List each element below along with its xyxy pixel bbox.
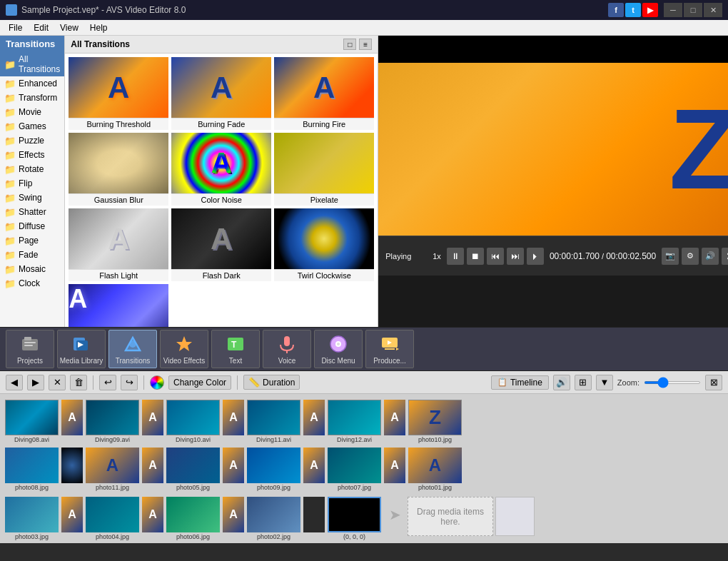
transition-twirl-clockwise[interactable]: Twirl Clockwise	[273, 208, 375, 282]
track-item-photo02[interactable]: photo02.jpg	[247, 497, 300, 540]
track-item-photo06[interactable]: photo06.jpg	[166, 497, 220, 540]
sidebar-item-enhanced[interactable]: 📁 Enhanced	[0, 76, 64, 91]
prev-button[interactable]: ⏮	[487, 248, 504, 265]
snapshot-button[interactable]: 📷	[662, 248, 679, 265]
tl-back-button[interactable]: ◀	[6, 375, 23, 390]
menu-help[interactable]: Help	[84, 21, 113, 34]
sidebar-item-diffuse[interactable]: 📁 Diffuse	[0, 219, 64, 233]
track-item-diving10[interactable]: Diving10.avi	[166, 400, 220, 443]
track-item-photo01[interactable]: A photo01.jpg	[408, 448, 462, 491]
track-item-photo04[interactable]: photo04.jpg	[86, 497, 139, 540]
tl-delete-button[interactable]: 🗑	[70, 375, 87, 390]
track-transition-r2-4[interactable]: A	[303, 448, 325, 483]
track-transition-3[interactable]: A	[223, 400, 244, 435]
track-item-photo05[interactable]: photo05.jpg	[166, 448, 220, 491]
fullscreen-button[interactable]: ⛶	[722, 248, 728, 265]
track-transition-5[interactable]: A	[384, 400, 405, 435]
sidebar-item-all-transitions[interactable]: 📁 All Transitions	[0, 52, 64, 76]
tool-media-library[interactable]: Media Library	[57, 330, 106, 368]
fit-button[interactable]: ⊠	[705, 375, 722, 390]
sidebar-item-flip[interactable]: 📁 Flip	[0, 176, 64, 191]
tl-undo-button[interactable]: ↩	[99, 375, 116, 390]
track-transition-2[interactable]: A	[142, 400, 163, 435]
sidebar-item-rotate[interactable]: 📁 Rotate	[0, 162, 64, 176]
tool-voice[interactable]: Voice	[263, 330, 311, 368]
volume-button[interactable]: 🔊	[702, 248, 719, 265]
track-transition-4[interactable]: A	[303, 400, 325, 435]
track-item-photo11[interactable]: A photo11.jpg	[86, 448, 139, 491]
sidebar-item-page[interactable]: 📁 Page	[0, 233, 64, 248]
sidebar-item-games[interactable]: 📁 Games	[0, 119, 64, 133]
grid-scroll-btn[interactable]: ≡	[359, 39, 372, 50]
timeline-area[interactable]: Diving08.avi A Diving09.avi A Diving10.a…	[0, 394, 728, 543]
track-item-photo09[interactable]: photo09.jpg	[247, 448, 300, 491]
track-transition-r2-5[interactable]: A	[384, 448, 405, 483]
sidebar-item-shatter[interactable]: 📁 Shatter	[0, 205, 64, 219]
tl-redo-button[interactable]: ↪	[121, 375, 138, 390]
maximize-button[interactable]: □	[684, 3, 702, 17]
transition-color-noise[interactable]: A Color Noise	[171, 132, 272, 206]
track-item-diving08[interactable]: Diving08.avi	[5, 400, 59, 443]
transition-gaussian-blur[interactable]: Gaussian Blur	[68, 132, 169, 206]
track-toggle-button[interactable]: ▼	[596, 375, 613, 390]
zoom-slider[interactable]	[644, 381, 701, 384]
transition-burning-fire[interactable]: A Burning Fire	[273, 56, 375, 131]
track-item-diving09[interactable]: Diving09.avi	[86, 400, 139, 443]
tool-projects[interactable]: Projects	[6, 330, 54, 368]
tl-cut-button[interactable]: ✕	[49, 375, 66, 390]
track-item-diving12[interactable]: Diving12.avi	[328, 400, 381, 443]
track-transition-r3-2[interactable]: A	[142, 497, 163, 532]
facebook-icon[interactable]: f	[608, 3, 624, 17]
sidebar-item-puzzle[interactable]: 📁 Puzzle	[0, 133, 64, 148]
settings-button[interactable]: ⚙	[682, 248, 699, 265]
track-item-photo03[interactable]: photo03.jpg	[5, 497, 59, 540]
track-transition-r2-2[interactable]: A	[142, 448, 163, 483]
minimize-button[interactable]: ─	[664, 3, 682, 17]
sidebar-item-clock[interactable]: 📁 Clock	[0, 276, 64, 290]
sidebar-item-transform[interactable]: 📁 Transform	[0, 91, 64, 105]
timeline-view-button[interactable]: 📋 Timeline	[491, 375, 549, 390]
duration-button[interactable]: 📏 Duration	[243, 375, 300, 390]
grid-toggle-button[interactable]: ⊞	[575, 375, 592, 390]
track-item-photo10[interactable]: Z photo10.jpg	[408, 400, 462, 443]
tool-disc-menu[interactable]: Disc Menu	[314, 330, 363, 368]
stop-button[interactable]: ⏹	[467, 248, 484, 265]
play-button[interactable]: ⏵	[527, 248, 544, 265]
tool-video-effects[interactable]: Video Effects	[160, 330, 208, 368]
tl-forward-button[interactable]: ▶	[27, 375, 44, 390]
transition-flash-light[interactable]: A Flash Light	[68, 208, 169, 282]
next-button[interactable]: ⏭	[507, 248, 524, 265]
tool-transitions[interactable]: Transitions	[108, 330, 157, 368]
track-transition-1[interactable]: A	[61, 400, 83, 435]
track-transition-r3-1[interactable]: A	[61, 497, 83, 532]
transition-flash-dark[interactable]: A Flash Dark	[171, 208, 272, 282]
track-transition-r2-3[interactable]: A	[223, 448, 244, 483]
track-item-photo08[interactable]: photo08.jpg	[5, 448, 59, 491]
track-item-black[interactable]: (0, 0, 0)	[328, 497, 381, 540]
sidebar-item-swing[interactable]: 📁 Swing	[0, 191, 64, 205]
transition-burning-threshold[interactable]: A Burning Threshold	[68, 56, 169, 131]
change-color-button[interactable]: Change Color	[168, 375, 231, 390]
menu-file[interactable]: File	[3, 21, 28, 34]
transition-pixelate[interactable]: Pixelate	[273, 132, 375, 206]
track-transition-r3-3[interactable]: A	[223, 497, 244, 532]
tool-text[interactable]: T Text	[211, 330, 260, 368]
track-transition-r2-1[interactable]	[61, 448, 83, 483]
grid-view-btn[interactable]: □	[343, 39, 356, 50]
menu-edit[interactable]: Edit	[28, 21, 54, 34]
close-button[interactable]: ✕	[704, 3, 722, 17]
drag-drop-area[interactable]: Drag media items here.	[408, 497, 493, 536]
volume-control-button[interactable]: 🔊	[553, 375, 570, 390]
track-item-diving11[interactable]: Diving11.avi	[247, 400, 300, 443]
twitter-icon[interactable]: t	[625, 3, 641, 17]
pause-button[interactable]: ⏸	[447, 248, 464, 265]
track-transition-r3-4[interactable]	[303, 497, 325, 532]
tool-produce[interactable]: Produce...	[365, 330, 414, 368]
sidebar-item-mosaic[interactable]: 📁 Mosaic	[0, 262, 64, 276]
menu-view[interactable]: View	[54, 21, 84, 34]
sidebar-item-movie[interactable]: 📁 Movie	[0, 105, 64, 119]
youtube-icon[interactable]: ▶	[642, 3, 658, 17]
transitions-grid-scroll[interactable]: A Burning Threshold A Burning Fade A	[65, 54, 378, 327]
transition-flash-fight[interactable]: A Flash Fight	[68, 283, 169, 327]
track-item-photo07[interactable]: photo07.jpg	[328, 448, 381, 491]
